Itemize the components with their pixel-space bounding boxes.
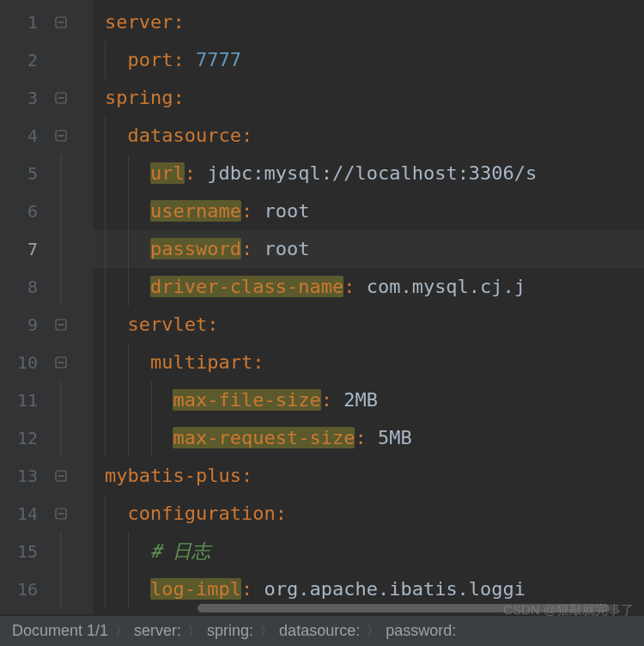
breadcrumb-item[interactable]: password: (382, 622, 459, 640)
scrollbar-thumb[interactable] (197, 604, 610, 612)
line-number: 11 (0, 381, 53, 419)
token: : (173, 11, 184, 33)
line-number: 13 (0, 457, 53, 495)
fold-toggle-icon[interactable] (53, 495, 93, 533)
token: driver-class-name (150, 276, 343, 297)
token: root (264, 200, 309, 222)
line-number: 7 (0, 230, 53, 268)
fold-toggle-icon[interactable] (53, 344, 93, 381)
line-number: 15 (0, 533, 53, 570)
code-line[interactable]: spring: (93, 79, 644, 117)
token: : (173, 49, 196, 70)
fold-gutter[interactable] (53, 0, 93, 614)
token: : (355, 427, 378, 448)
token: jdbc:mysql://localhost:3306/s (207, 162, 537, 184)
code-line[interactable]: configuration: (93, 495, 644, 533)
fold-guide (53, 381, 93, 419)
token: : (343, 276, 367, 297)
token: 2MB (343, 389, 378, 411)
fold-guide (53, 268, 93, 306)
token: password (150, 238, 241, 259)
token: : (173, 87, 184, 108)
token: datasource (128, 125, 241, 146)
token: multipart (150, 351, 252, 373)
fold-guide (53, 230, 93, 268)
line-number: 2 (0, 41, 53, 79)
fold-guide (53, 192, 93, 230)
horizontal-scrollbar[interactable] (173, 602, 637, 614)
token: : (321, 389, 344, 411)
code-line[interactable]: password: root (93, 230, 644, 268)
code-line[interactable]: server: (93, 3, 644, 41)
token: max-file-size (173, 389, 320, 411)
token: server (105, 11, 173, 33)
token: : (241, 125, 252, 146)
line-number: 5 (0, 155, 53, 192)
chevron-right-icon: 〉 (260, 624, 272, 639)
chevron-right-icon: 〉 (188, 624, 200, 639)
token: servlet (128, 314, 208, 335)
line-number: 6 (0, 192, 53, 230)
token: : (241, 465, 252, 486)
token: : (252, 351, 264, 373)
token: : (185, 162, 208, 184)
line-number: 3 (0, 79, 53, 117)
token: : (241, 200, 264, 222)
token: : (207, 314, 218, 335)
fold-guide (53, 41, 93, 79)
token: configuration (128, 503, 276, 524)
breadcrumb-item[interactable]: datasource: (276, 622, 363, 640)
fold-toggle-icon[interactable] (53, 306, 93, 344)
fold-toggle-icon[interactable] (53, 117, 93, 155)
token (105, 427, 173, 448)
fold-guide (53, 419, 93, 457)
fold-toggle-icon[interactable] (53, 79, 93, 117)
fold-toggle-icon[interactable] (53, 457, 93, 495)
line-number: 9 (0, 306, 53, 344)
token: max-request-size (173, 427, 355, 448)
code-line[interactable]: mybatis-plus: (93, 457, 644, 495)
token: url (150, 162, 185, 184)
code-line[interactable]: multipart: (93, 344, 644, 381)
fold-guide (53, 570, 93, 608)
code-line[interactable]: datasource: (93, 117, 644, 155)
code-line[interactable]: servlet: (93, 306, 644, 344)
code-line[interactable]: port: 7777 (93, 41, 644, 79)
line-number: 10 (0, 344, 53, 381)
token: org.apache.ibatis.loggi (264, 578, 526, 600)
token: com.mysql.cj.j (367, 276, 526, 297)
code-line[interactable]: username: root (93, 192, 644, 230)
chevron-right-icon: 〉 (115, 624, 127, 639)
code-line[interactable]: # 日志 (93, 533, 644, 570)
chevron-right-icon: 〉 (367, 624, 379, 639)
breadcrumb-item[interactable]: spring: (204, 622, 257, 640)
code-area[interactable]: server: port: 7777spring: datasource: ur… (93, 0, 644, 614)
token: # 日志 (150, 540, 211, 562)
breadcrumb[interactable]: Document 1/1〉server:〉spring:〉datasource:… (0, 615, 644, 646)
fold-guide (53, 533, 93, 570)
code-line[interactable]: driver-class-name: com.mysql.cj.j (93, 268, 644, 306)
line-number: 16 (0, 570, 53, 608)
token (105, 314, 128, 335)
line-number: 8 (0, 268, 53, 306)
code-line[interactable]: max-request-size: 5MB (93, 419, 644, 457)
code-editor[interactable]: 12345678910111213141516 server: port: 77… (0, 0, 644, 614)
breadcrumb-item[interactable]: server: (131, 622, 185, 640)
code-line[interactable]: max-file-size: 2MB (93, 381, 644, 419)
line-number: 1 (0, 3, 53, 41)
token (105, 49, 128, 70)
token: mybatis-plus (105, 465, 241, 486)
token: 5MB (378, 427, 412, 448)
token: : (276, 503, 287, 524)
fold-toggle-icon[interactable] (53, 3, 93, 41)
breadcrumb-doc[interactable]: Document 1/1 (9, 622, 112, 640)
line-number-gutter: 12345678910111213141516 (0, 0, 53, 614)
token: root (264, 238, 309, 259)
code-line[interactable]: url: jdbc:mysql://localhost:3306/s (93, 155, 644, 192)
token: port (128, 49, 173, 70)
token (105, 503, 128, 524)
token: : (241, 578, 264, 600)
line-number: 4 (0, 117, 53, 155)
token: log-impl (150, 578, 241, 600)
token (105, 389, 173, 411)
